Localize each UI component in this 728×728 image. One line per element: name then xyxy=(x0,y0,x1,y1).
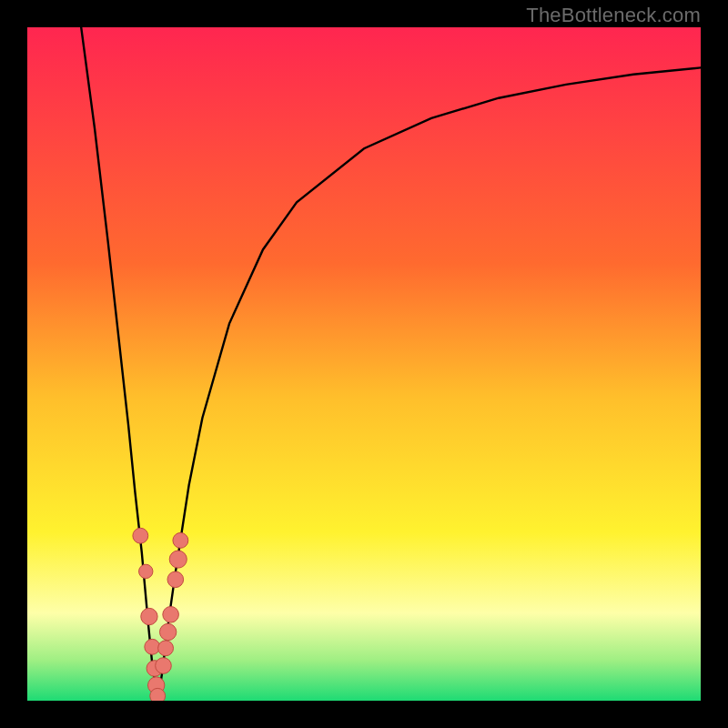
data-marker xyxy=(169,551,187,568)
data-marker xyxy=(158,641,174,656)
data-marker xyxy=(150,688,166,701)
data-marker xyxy=(156,658,172,674)
chart-svg xyxy=(27,27,701,701)
gradient-background xyxy=(27,27,701,701)
data-marker xyxy=(141,608,157,624)
chart-frame: TheBottleneck.com xyxy=(0,0,728,728)
data-marker xyxy=(145,639,160,654)
data-marker xyxy=(173,532,188,548)
plot-area xyxy=(27,27,701,701)
data-marker xyxy=(133,528,148,543)
data-marker xyxy=(159,623,176,640)
data-marker xyxy=(163,606,179,622)
data-marker xyxy=(167,571,184,588)
watermark-text: TheBottleneck.com xyxy=(526,4,701,27)
data-marker xyxy=(139,564,153,578)
